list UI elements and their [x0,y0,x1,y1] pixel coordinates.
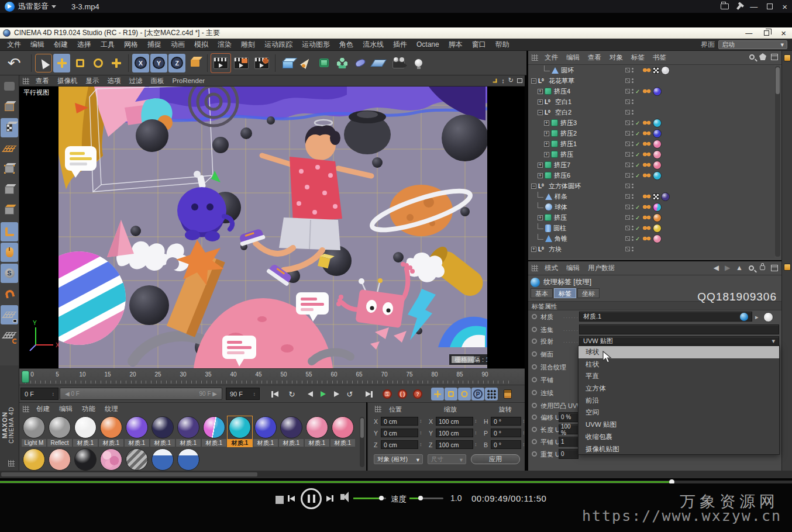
object-tree-row[interactable]: −L0立方体圆环 [528,181,774,191]
keyframe-dot-icon[interactable] [532,451,537,457]
object-tree-row[interactable]: 样条 [528,191,774,202]
object-tree-row[interactable]: −L0花花草草 [528,75,774,86]
expand-toggle-icon[interactable]: + [544,141,549,147]
tab-标签[interactable]: 标签 [554,288,576,298]
object-manager-menu-0[interactable]: 文件 [540,51,562,64]
coord-value-field[interactable]: 0 ° [491,440,521,449]
material-swatch[interactable] [99,448,123,471]
volume-slider[interactable] [353,498,386,499]
phong-tag-icon[interactable] [643,89,651,94]
phong-tag-icon[interactable] [643,163,651,167]
viewport-menu-5[interactable]: 面板 [147,75,168,87]
end-frame-field[interactable]: 90 F↕ [226,388,260,400]
c4d-menu-2[interactable]: 创建 [49,39,73,51]
layer-icon[interactable] [625,99,630,104]
uvw-tag-icon[interactable] [653,194,659,200]
panel-grid-icon[interactable] [23,78,29,84]
layer-icon[interactable] [625,173,630,178]
viewport-menu-4[interactable]: 过滤 [125,75,147,87]
dropdown-option-5[interactable]: 空间 [578,406,779,419]
keyframe-dot-icon[interactable] [532,403,537,408]
c4d-menu-7[interactable]: 动画 [166,39,190,51]
add-cube-button[interactable] [279,54,296,72]
material-swatch[interactable]: 材质.1 [279,416,304,447]
viewport-menu-0[interactable]: 查看 [32,75,53,87]
timeline-marker[interactable] [22,371,29,383]
layer-icon[interactable] [625,215,630,220]
coord-value-field[interactable]: 0 cm [381,429,418,437]
material-tag-icon[interactable] [653,213,662,222]
phong-tag-icon[interactable] [643,120,651,125]
render-settings-button[interactable] [252,54,271,72]
c4d-menu-12[interactable]: 运动图形 [297,39,335,51]
edges-mode-button[interactable] [1,181,18,200]
object-tree-row[interactable]: 球体✓ [528,202,774,212]
expand-toggle-icon[interactable]: + [531,247,536,252]
expand-toggle-icon[interactable]: − [538,110,543,115]
layer-icon[interactable] [625,152,630,157]
chevron-down-icon[interactable] [51,5,56,8]
toggle-view-icon[interactable] [517,78,522,83]
selection-field[interactable] [579,324,779,334]
c4d-menu-19[interactable]: 帮助 [491,39,514,51]
visibility-dots-icon[interactable] [632,89,633,94]
dropdown-option-8[interactable]: 摄像机贴图 [578,443,779,455]
camera-button[interactable] [388,54,409,72]
visibility-dots-icon[interactable] [632,184,633,188]
render-to-picture-button[interactable] [232,54,251,72]
play-button[interactable] [316,388,329,400]
keyframe-dot-icon[interactable] [532,351,537,357]
material-tag-icon[interactable] [653,140,662,148]
coord-value-field[interactable]: 100 cm [436,417,473,426]
phong-tag-icon[interactable] [643,236,651,241]
material-menu-0[interactable]: 创建 [32,403,54,415]
layer-icon[interactable] [625,68,630,72]
material-swatch[interactable]: Reflect [47,416,72,447]
phong-tag-icon[interactable] [643,205,651,209]
key-position-button[interactable] [431,388,444,400]
preview-range-slider[interactable]: ◀ 0 F 90 F ▶ [60,388,222,400]
material-swatch[interactable]: 材质.1 [228,416,252,447]
coord-value-field[interactable]: 0 ° [491,417,521,426]
value-field[interactable]: 100 % [559,424,578,434]
viewport-view-label[interactable]: 平行视图 [20,88,52,98]
visibility-dots-icon[interactable] [632,131,633,136]
object-tree-scrollbar[interactable] [775,66,780,257]
viewport-menu-6[interactable]: ProRender [168,75,209,87]
object-manager-menu-1[interactable]: 编辑 [562,51,584,64]
visibility-dots-icon[interactable] [632,173,633,178]
workplane-lock-button[interactable] [1,305,18,324]
player-close-button[interactable]: × [782,2,787,11]
coord-value-field[interactable]: 100 cm [436,429,473,437]
spinner-icon[interactable]: ↕ [474,430,477,436]
key-parameter-button[interactable]: P [471,388,484,400]
material-tag-icon[interactable] [653,224,662,233]
object-tree-row[interactable]: 圆柱✓ [528,223,774,233]
last-tool[interactable] [108,54,125,72]
path-filter-icon[interactable] [759,53,766,60]
history-back-icon[interactable]: ◀ [714,264,719,272]
visibility-dots-icon[interactable] [632,110,633,115]
panel-grid-icon[interactable] [532,54,538,61]
key-scale-button[interactable] [445,388,457,400]
object-tree-row[interactable]: +挤压6✓ [528,170,774,181]
enabled-check-icon[interactable]: ✓ [635,141,641,147]
panel-grid-icon[interactable] [23,406,29,412]
material-tag-icon[interactable] [653,234,662,243]
mograph-button[interactable] [333,54,350,72]
layer-icon[interactable] [625,78,630,83]
visibility-dots-icon[interactable] [632,99,633,104]
player-minimize-button[interactable]: — [750,3,757,11]
keyframe-dot-icon[interactable] [532,338,537,344]
model-mode-button[interactable] [1,98,18,117]
move-tool[interactable] [53,54,70,72]
layer-icon[interactable] [625,247,630,251]
coord-value-field[interactable]: 0 cm [381,417,418,426]
expand-arrow-icon[interactable]: ▸ [755,313,759,321]
search-icon[interactable] [749,54,755,60]
material-swatch[interactable]: 材质.1 [305,416,329,447]
lock-icon[interactable] [760,265,765,270]
layer-icon[interactable] [625,205,630,209]
expand-toggle-icon[interactable]: + [544,120,549,126]
make-editable-button[interactable] [1,77,18,96]
